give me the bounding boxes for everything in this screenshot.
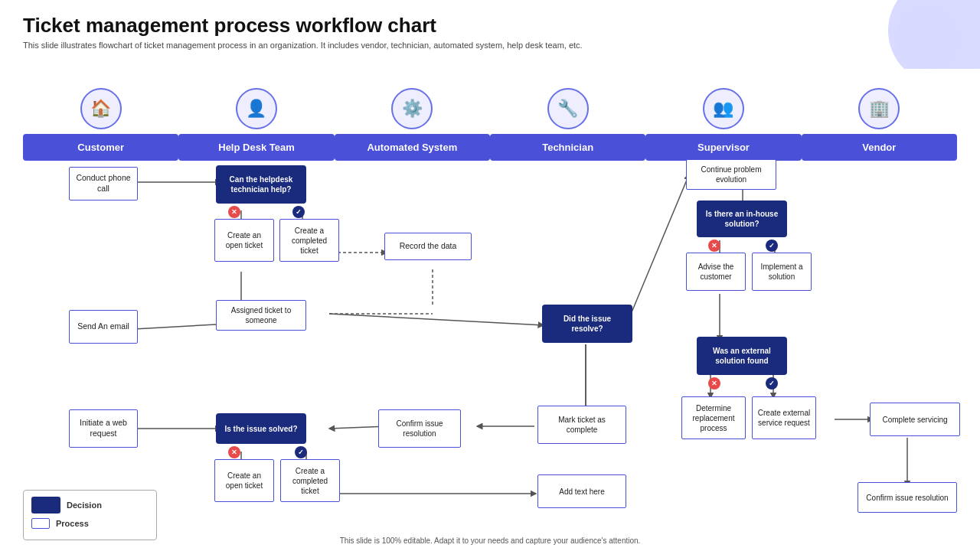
automated-icon: ⚙️	[391, 88, 433, 129]
header-subtitle: This slide illustrates flowchart of tick…	[23, 41, 957, 50]
badge-check-1: ✓	[292, 206, 305, 218]
badge-check-2: ✓	[766, 240, 778, 252]
page: Ticket management process workflow chart…	[0, 0, 980, 551]
col-helpdesk: 👤 Help Desk Team	[178, 88, 334, 161]
header-title: Ticket management process workflow chart	[23, 14, 957, 37]
supervisor-icon: 👥	[703, 88, 744, 129]
create-external-service-box: Create external service request	[752, 396, 816, 439]
implement-solution-box: Implement a solution	[752, 253, 812, 291]
badge-x-4: ✕	[228, 446, 240, 458]
legend: Decision Process	[23, 490, 157, 540]
technician-icon: 🔧	[547, 88, 589, 129]
badge-check-4: ✓	[295, 446, 307, 458]
advise-customer-box: Advise the customer	[686, 253, 746, 291]
create-completed-ticket-1-box: Create a completed ticket	[279, 219, 339, 262]
continue-problem-box: Continue problem evolution	[686, 159, 776, 190]
svg-line-8	[329, 314, 544, 325]
did-issue-resolve-box: Did the issue resolve?	[542, 305, 632, 343]
svg-line-10	[628, 174, 689, 321]
initiate-web-box: Initiate a web request	[69, 409, 138, 448]
col-supervisor: 👥 Supervisor	[645, 88, 801, 161]
arrows-svg	[23, 153, 957, 528]
flow-area: Conduct phone call Can the helpdesk tech…	[23, 153, 957, 528]
create-completed-ticket-2-box: Create a completed ticket	[280, 459, 340, 502]
external-solution-box: Was an external solution found	[697, 337, 787, 375]
col-automated: ⚙️ Automated System	[335, 88, 490, 161]
create-open-ticket-2-box: Create an open ticket	[214, 459, 274, 502]
confirm-issue-resolution-2-box: Confirm issue resolution	[858, 482, 957, 513]
badge-x-1: ✕	[228, 206, 240, 218]
helpdesk-icon: 👤	[236, 88, 277, 129]
col-technician: 🔧 Technician	[490, 88, 645, 161]
send-email-box: Send An email	[69, 310, 138, 344]
assigned-ticket-box: Assigned ticket to someone	[216, 300, 306, 331]
columns-area: 🏠 Customer 👤 Help Desk Team ⚙️ Automated…	[23, 88, 957, 161]
is-issue-solved-box: Is the issue solved?	[216, 413, 306, 444]
badge-x-3: ✕	[708, 377, 720, 390]
create-open-ticket-1-box: Create an open ticket	[214, 219, 274, 262]
in-house-solution-box: Is there an in-house solution?	[697, 201, 787, 237]
badge-check-3: ✓	[766, 377, 778, 390]
legend-decision: Decision	[31, 497, 149, 514]
badge-x-2: ✕	[708, 240, 720, 252]
add-text-here-box: Add text here	[537, 474, 626, 508]
legend-process: Process	[31, 518, 149, 529]
col-customer: 🏠 Customer	[23, 88, 178, 161]
record-data-box: Record the data	[384, 233, 472, 260]
conduct-phone-call-box: Conduct phone call	[69, 167, 138, 201]
vendor-icon: 🏢	[858, 88, 900, 129]
confirm-issue-resolution-1-box: Confirm issue resolution	[378, 409, 461, 448]
can-helpdesk-help-box: Can the helpdesk technician help?	[216, 165, 306, 204]
mark-ticket-complete-box: Mark ticket as complete	[537, 406, 626, 444]
complete-servicing-box: Complete servicing	[870, 403, 960, 436]
top-right-decoration	[858, 0, 980, 69]
customer-icon: 🏠	[80, 88, 122, 129]
col-vendor: 🏢 Vendor	[802, 88, 957, 161]
determine-replacement-box: Determine replacement process	[681, 396, 746, 439]
footer-text: This slide is 100% editable. Adapt it to…	[340, 536, 641, 545]
